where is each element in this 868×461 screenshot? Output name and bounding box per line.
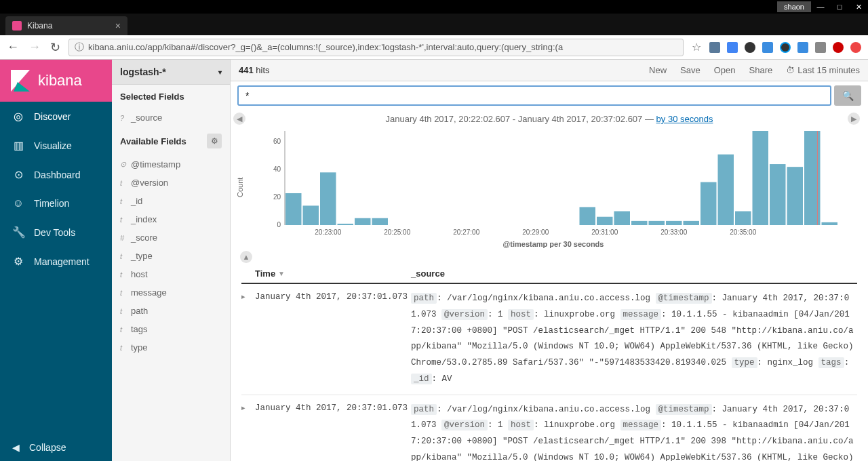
ext-icon-4[interactable] [762,42,773,53]
url-bar[interactable]: ⓘ kibana.aniu.co/app/kibana#/discover?_g… [68,39,684,56]
field-path[interactable]: tpath [112,302,230,320]
maximize-button[interactable]: □ [830,3,849,12]
os-titlebar: shaon — □ ✕ [0,0,868,14]
field-name: _source [131,113,162,123]
ext-icon-1[interactable] [709,42,720,53]
field-source[interactable]: ?_source [112,108,230,127]
field-id[interactable]: t_id [112,192,230,210]
svg-text:20:23:00: 20:23:00 [315,228,341,236]
field-message[interactable]: tmessage [112,283,230,302]
ext-icon-3[interactable] [745,42,755,53]
ext-icon-6[interactable] [797,42,808,53]
expand-row-icon[interactable]: ▸ [241,291,255,388]
search-button[interactable]: 🔍 [834,85,861,106]
row-time: January 4th 2017, 20:37:01.073 [255,291,411,388]
nav-arrows: ← → ↻ [7,40,60,55]
nav-item-dev-tools[interactable]: 🔧Dev Tools [0,218,112,247]
ext-icon-8[interactable] [833,42,844,53]
source-key: type [732,357,757,368]
field-name: type [131,342,148,353]
field-name: _index [131,214,157,224]
kibana-logo-text: kibana [38,72,82,89]
expand-row-icon[interactable]: ▸ [241,402,255,462]
svg-rect-28 [770,164,786,225]
nav-label: Dashboard [34,169,81,180]
timelion-icon: ☺ [12,197,24,209]
index-pattern-label: logstash-* [120,66,166,77]
field-type[interactable]: ttype [112,338,230,357]
field-type-icon: t [120,197,127,205]
nav-item-discover[interactable]: ◎Discover [0,102,112,131]
time-range-label: Last 15 minutes [797,65,860,75]
row-source: path: /var/log/nginx/kibana.aniu.co.acce… [411,402,857,462]
ext-icon-7[interactable] [815,42,826,53]
field-type-icon: t [120,307,127,315]
field-filter-gear-icon[interactable]: ⚙ [207,134,222,148]
svg-text:20:35:00: 20:35:00 [730,228,756,236]
time-column-header[interactable]: Time▼ [255,268,411,279]
doc-table-header: Time▼ _source [241,268,857,284]
kibana-logo[interactable]: kibana [0,60,112,102]
field-index[interactable]: t_index [112,210,230,228]
save-button[interactable]: Save [680,65,701,75]
chart-interval-link[interactable]: by 30 seconds [656,114,713,124]
reload-button[interactable]: ↻ [50,40,60,55]
field-name: message [131,287,167,298]
ext-icon-5[interactable] [780,42,791,53]
os-user-tag: shaon [777,1,811,12]
chart-collapse-left-icon[interactable]: ◀ [233,113,245,125]
index-pattern-selector[interactable]: logstash-* ▾ [112,60,230,85]
svg-text:20: 20 [273,193,281,201]
chart-svg[interactable]: 020406020:23:0020:25:0020:27:0020:29:002… [245,127,861,239]
nav-item-management[interactable]: ⚙Management [0,247,112,276]
source-key: host [508,309,534,320]
field-timestamp[interactable]: ⊙@timestamp [112,155,230,174]
source-key: host [508,420,534,430]
table-row: ▸ January 4th 2017, 20:37:01.073 path: /… [241,395,857,462]
field-name: tags [131,324,148,334]
chart-collapse-up-icon[interactable]: ▲ [240,251,252,263]
search-input[interactable] [237,85,831,106]
back-button[interactable]: ← [7,40,19,55]
field-host[interactable]: thost [112,265,230,283]
svg-rect-20 [631,221,648,225]
svg-rect-18 [597,217,613,225]
y-axis-label: Count [235,127,245,248]
search-row: 🔍 [231,81,868,110]
field-type-icon: ⊙ [120,160,127,169]
field-score[interactable]: #_score [112,228,230,247]
collapse-button[interactable]: ◀ Collapse [0,434,112,461]
row-source: path: /var/log/nginx/kibana.aniu.co.acce… [411,291,857,388]
field-tags[interactable]: ttags [112,320,230,338]
forward-button[interactable]: → [28,40,41,55]
open-button[interactable]: Open [714,65,736,75]
nav-item-visualize[interactable]: ▥Visualize [0,131,112,160]
minimize-button[interactable]: — [811,3,830,12]
svg-text:20:27:00: 20:27:00 [453,228,479,236]
svg-rect-16 [372,218,389,225]
nav-label: Management [34,256,90,267]
time-picker[interactable]: ⏱ Last 15 minutes [786,65,860,75]
field-type[interactable]: t_type [112,247,230,265]
new-button[interactable]: New [649,65,667,75]
field-version[interactable]: t@version [112,174,230,192]
os-close-button[interactable]: ✕ [849,3,868,12]
bookmark-star-icon[interactable]: ☆ [692,41,701,54]
side-nav: kibana ◎Discover▥Visualize⊙Dashboard☺Tim… [0,60,112,461]
nav-label: Visualize [34,140,72,151]
nav-item-dashboard[interactable]: ⊙Dashboard [0,160,112,189]
share-button[interactable]: Share [749,65,773,75]
tab-close-icon[interactable]: × [115,20,121,31]
browser-tab[interactable]: Kibana × [5,16,127,35]
source-column-header[interactable]: _source [411,268,857,279]
ext-icon-2[interactable] [727,42,738,53]
nav-item-timelion[interactable]: ☺Timelion [0,189,112,218]
svg-rect-14 [338,224,354,225]
svg-rect-27 [753,131,769,225]
chart-collapse-right-icon[interactable]: ▶ [848,113,860,125]
caret-down-icon: ▾ [218,68,222,76]
site-info-icon[interactable]: ⓘ [75,41,84,54]
source-key: message [620,420,662,430]
ext-icon-9[interactable] [850,42,861,53]
field-type-icon: t [120,216,127,224]
